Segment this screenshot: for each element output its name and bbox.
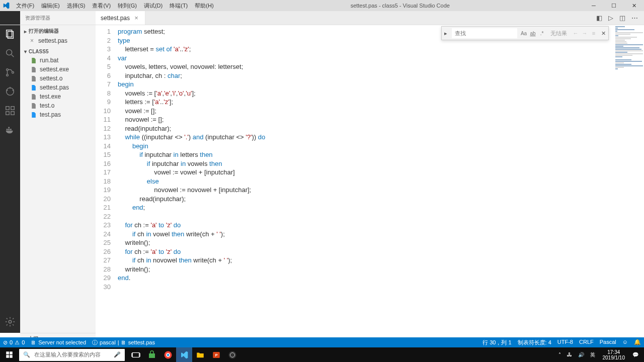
tab-settest[interactable]: settest.pas ×: [96, 11, 145, 25]
file-item[interactable]: settest.exe: [20, 65, 96, 74]
find-input[interactable]: [452, 28, 517, 38]
code-editor[interactable]: ▸ Aa ab .* 无结果 ← → ≡ ✕ 1program settest;…: [96, 25, 644, 333]
find-selection-icon[interactable]: ≡: [589, 29, 598, 38]
docker-icon[interactable]: [4, 124, 16, 136]
close-icon[interactable]: ×: [133, 15, 140, 22]
run-icon[interactable]: ▷: [608, 14, 613, 22]
file-item[interactable]: settest.pas: [20, 83, 96, 92]
find-prev-icon[interactable]: ←: [571, 29, 580, 38]
status-problems[interactable]: ⊘0 ⚠0: [0, 337, 28, 347]
whole-word-icon[interactable]: ab: [528, 29, 537, 38]
status-tabsize[interactable]: 制表符长度: 4: [515, 339, 554, 346]
code-line[interactable]: 6 inputchar, ch : char;: [96, 71, 644, 80]
code-line[interactable]: 27 if ch in novowel then write(ch + ' ')…: [96, 256, 644, 265]
code-line[interactable]: 11 novowel := [];: [96, 115, 644, 124]
regex-icon[interactable]: .*: [537, 29, 546, 38]
menu-item[interactable]: 调试(D): [141, 1, 166, 11]
code-line[interactable]: 28 writeln();: [96, 265, 644, 274]
code-line[interactable]: 16 if inputchar in vowels then: [96, 159, 644, 168]
code-line[interactable]: 7begin: [96, 80, 644, 89]
code-line[interactable]: 21 end;: [96, 203, 644, 212]
status-lang-ext[interactable]: ⓘ pascal | 🗎 settest.pas: [89, 337, 158, 347]
explorer-icon[interactable]: [4, 28, 16, 40]
find-next-icon[interactable]: →: [580, 29, 589, 38]
status-eol[interactable]: CRLF: [576, 339, 597, 345]
code-line[interactable]: 10 vowel := [];: [96, 107, 644, 116]
taskbar-search[interactable]: 🔍 在这里输入你要搜索的内容 🎤: [19, 349, 125, 361]
minimize-button[interactable]: ─: [584, 0, 604, 11]
task-view-icon[interactable]: [128, 347, 144, 362]
powerpoint-icon[interactable]: P: [208, 347, 224, 362]
store-icon[interactable]: [144, 347, 160, 362]
menu-item[interactable]: 帮助(H): [192, 1, 216, 11]
notifications-icon[interactable]: 💬: [631, 352, 640, 357]
vscode-taskbar-icon[interactable]: [176, 347, 192, 362]
obs-icon[interactable]: [224, 347, 240, 362]
code-line[interactable]: 12 read(inputchar);: [96, 124, 644, 133]
status-bell-icon[interactable]: 🔔: [631, 339, 644, 345]
code-line[interactable]: 15 if inputchar in letters then: [96, 150, 644, 159]
settings-icon[interactable]: [4, 316, 16, 328]
code-line[interactable]: 26 for ch := 'a' to 'z' do: [96, 247, 644, 256]
status-cursor[interactable]: 行 30，列 1: [479, 339, 514, 346]
code-content[interactable]: 1program settest;2type3 letterset = set …: [96, 25, 644, 291]
menu-item[interactable]: 编辑(E): [38, 1, 63, 11]
split-icon[interactable]: ◫: [619, 14, 625, 22]
extensions-icon[interactable]: [4, 105, 16, 117]
code-line[interactable]: 9 letters := ['a'..'z'];: [96, 98, 644, 107]
mic-icon[interactable]: 🎤: [114, 351, 121, 358]
maximize-button[interactable]: ☐: [604, 0, 624, 11]
code-line[interactable]: 8 vowels := ['a','e','i','o','u'];: [96, 89, 644, 98]
open-editor-item[interactable]: × settest.pas: [20, 36, 96, 45]
taskbar-clock[interactable]: 17:34 2019/1/10: [600, 349, 628, 360]
code-line[interactable]: 4var: [96, 54, 644, 63]
menu-item[interactable]: 终端(T): [167, 1, 191, 11]
code-line[interactable]: 20 read(inputchar);: [96, 195, 644, 204]
more-icon[interactable]: ⋯: [631, 14, 638, 22]
debug-icon[interactable]: [4, 85, 16, 98]
code-line[interactable]: 13 while ((inputchar <> '.') and (inputc…: [96, 133, 644, 142]
file-item[interactable]: test.o: [20, 101, 96, 110]
open-editors-header[interactable]: ▸ 打开的编辑器: [20, 26, 96, 36]
code-line[interactable]: 29end.: [96, 274, 644, 283]
close-button[interactable]: ✕: [624, 0, 644, 11]
code-line[interactable]: 25 writeln();: [96, 238, 644, 247]
status-encoding[interactable]: UTF-8: [554, 339, 576, 345]
menu-item[interactable]: 文件(F): [13, 1, 37, 11]
minimap[interactable]: [615, 26, 643, 71]
file-item[interactable]: settest.o: [20, 74, 96, 83]
code-line[interactable]: 19 novowel := novowel + [inputchar];: [96, 186, 644, 195]
code-line[interactable]: 3 letterset = set of 'a'..'z';: [96, 45, 644, 54]
menu-item[interactable]: 选择(S): [64, 1, 89, 11]
code-line[interactable]: 5 vowels, letters, vowel, novowel: lette…: [96, 62, 644, 71]
start-button[interactable]: [0, 347, 18, 362]
search-icon[interactable]: [4, 47, 16, 59]
ime-icon[interactable]: 英: [589, 351, 597, 358]
menu-item[interactable]: 查看(V): [89, 1, 114, 11]
code-line[interactable]: 17 vowel := vowel + [inputchar]: [96, 168, 644, 177]
chrome-icon[interactable]: [160, 347, 176, 362]
toolbox-icon[interactable]: ◧: [596, 14, 602, 22]
volume-icon[interactable]: 🔊: [577, 352, 586, 357]
tray-expand-icon[interactable]: ˄: [557, 352, 562, 357]
file-explorer-icon[interactable]: [192, 347, 208, 362]
source-control-icon[interactable]: [4, 66, 16, 78]
code-line[interactable]: 22: [96, 212, 644, 221]
match-case-icon[interactable]: Aa: [519, 29, 528, 38]
find-close-icon[interactable]: ✕: [598, 30, 608, 37]
code-line[interactable]: 18 else: [96, 177, 644, 186]
menu-item[interactable]: 转到(G): [115, 1, 140, 11]
code-line[interactable]: 24 if ch in vowel then write(ch + ' ');: [96, 230, 644, 239]
find-expand-icon[interactable]: ▸: [442, 27, 450, 40]
file-item[interactable]: test.exe: [20, 92, 96, 101]
code-line[interactable]: 14 begin: [96, 142, 644, 151]
status-language[interactable]: Pascal: [597, 339, 619, 345]
status-server[interactable]: 🗎 Server not selected: [28, 337, 89, 347]
file-item[interactable]: run.bat: [20, 56, 96, 65]
code-line[interactable]: 23 for ch := 'a' to 'z' do: [96, 221, 644, 230]
network-icon[interactable]: 🖧: [566, 352, 574, 357]
file-item[interactable]: test.pas: [20, 110, 96, 119]
folder-header[interactable]: ▾ CLASS5: [20, 47, 96, 56]
status-feedback[interactable]: ☺: [619, 339, 631, 345]
code-line[interactable]: 30: [96, 283, 644, 292]
